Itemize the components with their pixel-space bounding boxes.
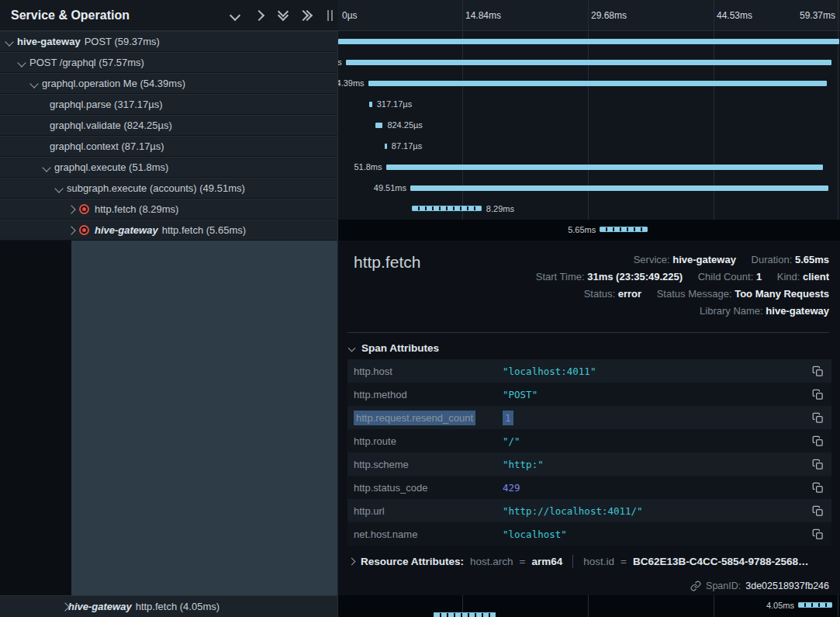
- span-bar[interactable]: [386, 165, 824, 170]
- resource-attributes-title: Resource Attributes:: [361, 556, 464, 567]
- attr-key: http.url: [354, 505, 503, 517]
- equals-sign: =: [520, 556, 526, 567]
- chevron-down-icon[interactable]: [29, 79, 38, 88]
- resource-attr-value: BC62E13B-C4CC-5854-9788-2568…: [633, 556, 809, 567]
- span-bar[interactable]: [798, 602, 832, 608]
- span-bar[interactable]: [369, 102, 372, 107]
- chevron-right-icon[interactable]: [67, 205, 75, 213]
- expand-all-icon[interactable]: [303, 12, 311, 19]
- operation-name: graphql.parse (317.17µs): [50, 99, 163, 110]
- span-bar[interactable]: [338, 39, 839, 44]
- operation-name: POST /graphql (57.57ms): [29, 57, 144, 68]
- meta-label: Duration:: [752, 254, 793, 265]
- copy-icon[interactable]: [812, 435, 824, 447]
- expand-one-icon[interactable]: [254, 9, 264, 20]
- meta-label: Start Time:: [536, 271, 585, 283]
- span-attributes-title: Span Attributes: [361, 342, 439, 354]
- chevron-down-icon[interactable]: [17, 58, 26, 67]
- copy-icon[interactable]: [812, 505, 824, 517]
- meta-label: Library Name:: [700, 305, 763, 317]
- tree-row-http-fetch-5ms-selected[interactable]: hive-gateway http.fetch (5.65ms): [0, 220, 337, 241]
- attr-row: http.route "/": [347, 429, 831, 452]
- tree-row-subgraph-execute[interactable]: subgraph.execute (accounts) (49.51ms): [0, 178, 337, 199]
- span-attributes-table: http.host "localhost:4011" http.method "…: [347, 359, 831, 546]
- tree-row-http-fetch-8ms[interactable]: http.fetch (8.29ms): [0, 199, 337, 220]
- span-bar[interactable]: [600, 227, 648, 232]
- timeline-row: 824.25µs: [338, 115, 840, 136]
- resource-attributes-row[interactable]: Resource Attributes: host.arch = arm64 h…: [349, 555, 830, 568]
- tree-row-graphql-execute[interactable]: graphql.execute (51.8ms): [0, 157, 337, 178]
- span-bar[interactable]: [346, 60, 831, 65]
- operation-name: graphql.operation Me (54.39ms): [42, 78, 185, 89]
- meta-value: 5.65ms: [795, 254, 829, 265]
- tree-row-graphql-parse[interactable]: graphql.parse (317.17µs): [0, 94, 337, 115]
- chevron-right-icon: [349, 558, 355, 566]
- chevron-down-icon[interactable]: [54, 184, 63, 192]
- span-bar[interactable]: [375, 123, 382, 128]
- meta-value: error: [618, 288, 641, 300]
- attr-row: http.method "POST": [347, 383, 831, 406]
- attr-value: "localhost:4011": [503, 366, 806, 377]
- tree-lower-area: [0, 241, 337, 595]
- duration-label: 87.17µs: [392, 141, 422, 151]
- duration-label: 51.8ms: [354, 162, 382, 172]
- link-icon[interactable]: [690, 581, 701, 591]
- collapse-all-icon[interactable]: [279, 12, 287, 19]
- meta-label: Status Message:: [657, 288, 732, 300]
- duration-label: 54.39ms: [338, 78, 365, 88]
- operation-name: graphql.validate (824.25µs): [50, 120, 172, 131]
- span-attributes-header[interactable]: Span Attributes: [349, 342, 439, 354]
- span-bar[interactable]: [368, 81, 828, 86]
- chevron-down-icon[interactable]: [42, 163, 50, 172]
- chevron-down-icon[interactable]: [5, 37, 13, 46]
- ruler-tick: 29.68ms: [591, 10, 627, 21]
- tree-row-hive-gateway-post[interactable]: hive-gateway POST (59.37ms): [0, 31, 337, 52]
- tree-row-graphql-operation[interactable]: graphql.operation Me (54.39ms): [0, 73, 337, 94]
- timeline-bars: 57.57ms 54.39ms 317.17µs 824.25µs 87.17µ…: [337, 31, 840, 241]
- operation-name: http.fetch (5.65ms): [162, 224, 246, 236]
- operation-name: http.fetch (4.05ms): [136, 601, 220, 612]
- resource-attr-value: arm64: [531, 556, 562, 567]
- panel-resize-handle[interactable]: [327, 10, 333, 21]
- duration-label: 824.25µs: [387, 120, 422, 130]
- chevron-right-icon[interactable]: [67, 226, 75, 234]
- attr-key: http.scheme: [354, 459, 503, 470]
- attr-row: http.host "localhost:4011": [347, 359, 831, 383]
- copy-icon[interactable]: [812, 366, 824, 377]
- ruler-tick: 0µs: [342, 10, 358, 21]
- collapse-one-icon[interactable]: [230, 9, 240, 20]
- span-bar[interactable]: [410, 185, 828, 191]
- attr-row: net.host.name "localhost": [347, 522, 831, 546]
- copy-icon[interactable]: [812, 412, 824, 424]
- tree-row-graphql-context[interactable]: graphql.context (87.17µs): [0, 136, 337, 157]
- span-title: http.fetch: [354, 253, 420, 272]
- attr-row: http.status_code 429: [347, 476, 831, 499]
- copy-icon[interactable]: [812, 482, 824, 494]
- ruler-tick: 59.37ms: [800, 10, 835, 21]
- attr-value: "http:": [503, 459, 806, 470]
- gridline: [714, 0, 714, 30]
- trace-viewer: Service & Operation 0µs 14.84ms 29.68ms …: [0, 0, 840, 617]
- meta-value: 31ms (23:35:49.225): [587, 271, 683, 283]
- tree-row-graphql-validate[interactable]: graphql.validate (824.25µs): [0, 115, 337, 136]
- attr-key: http.route: [354, 435, 503, 447]
- span-id-value: 3de02518937fb246: [745, 581, 829, 591]
- divider: [572, 555, 573, 568]
- meta-value: hive-gateway: [766, 305, 829, 317]
- span-bar[interactable]: [385, 144, 387, 149]
- tree-row-http-fetch-4ms[interactable]: hive-gateway http.fetch (4.05ms): [0, 595, 337, 617]
- span-id-label: SpanID:: [706, 581, 741, 591]
- selected-span-region: [71, 241, 337, 595]
- duration-label: 8.29ms: [486, 204, 514, 213]
- copy-icon[interactable]: [812, 529, 824, 540]
- gridline: [714, 595, 714, 617]
- equals-sign: =: [620, 556, 627, 567]
- attr-value: "POST": [503, 389, 806, 400]
- copy-icon[interactable]: [812, 389, 824, 400]
- copy-icon[interactable]: [812, 459, 824, 470]
- gridline: [838, 0, 838, 30]
- tree-toolbar: [231, 10, 333, 21]
- attr-row: http.scheme "http:": [347, 452, 831, 476]
- tree-row-post-graphql[interactable]: POST /graphql (57.57ms): [0, 52, 337, 73]
- span-bar[interactable]: [412, 206, 482, 211]
